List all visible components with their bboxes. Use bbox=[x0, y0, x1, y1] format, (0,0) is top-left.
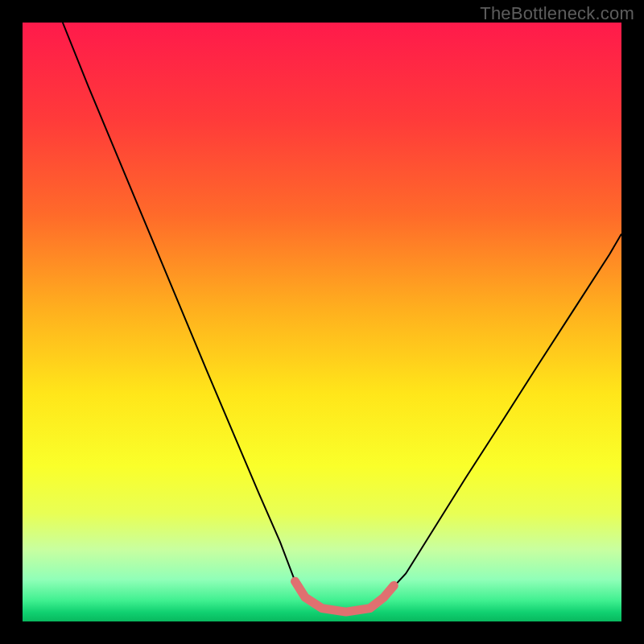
chart-svg bbox=[23, 23, 621, 621]
chart-container: TheBottleneck.com bbox=[0, 0, 644, 644]
gradient-background bbox=[23, 23, 621, 621]
watermark-label: TheBottleneck.com bbox=[480, 3, 634, 24]
plot-area bbox=[23, 23, 621, 621]
